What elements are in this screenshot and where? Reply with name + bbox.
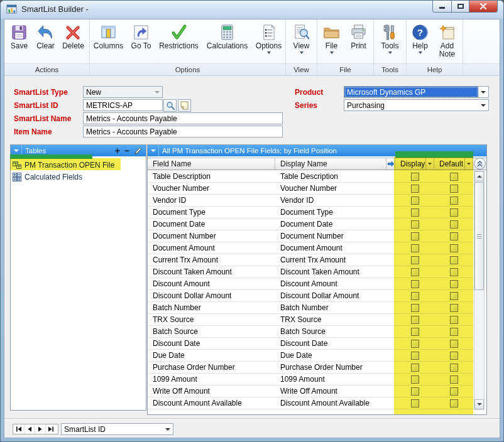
minimize-button[interactable] bbox=[432, 1, 451, 13]
column-header-field-name[interactable]: Field Name bbox=[148, 158, 275, 170]
vertical-scrollbar[interactable] bbox=[474, 171, 485, 410]
display-checkbox[interactable] bbox=[411, 244, 419, 252]
display-name-cell[interactable]: Batch Source bbox=[275, 326, 386, 337]
default-checkbox[interactable] bbox=[450, 232, 458, 240]
table-row[interactable]: Document Type Document Type bbox=[148, 207, 473, 218]
print-button[interactable]: Print bbox=[345, 22, 373, 63]
display-checkbox[interactable] bbox=[411, 268, 419, 276]
first-record-button[interactable] bbox=[13, 424, 24, 434]
save-button[interactable]: Save bbox=[6, 22, 33, 63]
tree-item-pm-transaction-open-file[interactable]: PM Transaction OPEN File bbox=[11, 159, 146, 171]
note-button[interactable] bbox=[178, 99, 191, 112]
default-checkbox[interactable] bbox=[450, 375, 458, 384]
default-checkbox[interactable] bbox=[450, 352, 458, 360]
close-button[interactable] bbox=[469, 1, 498, 13]
default-checkbox[interactable] bbox=[450, 316, 458, 324]
field-name-cell[interactable]: Discount Amount Available bbox=[148, 397, 275, 409]
smartlist-id-field[interactable]: METRICS-AP bbox=[83, 99, 163, 111]
last-record-button[interactable] bbox=[45, 424, 56, 434]
field-name-cell[interactable]: Purchase Order Number bbox=[148, 362, 275, 373]
edit-pencil-button[interactable] bbox=[134, 147, 142, 155]
field-name-cell[interactable]: Batch Source bbox=[148, 326, 275, 337]
field-name-cell[interactable]: Voucher Number bbox=[148, 183, 275, 194]
display-checkbox[interactable] bbox=[411, 340, 419, 348]
display-name-cell[interactable]: 1099 Amount bbox=[275, 374, 386, 385]
column-header-default[interactable]: Default bbox=[434, 158, 473, 170]
default-checkbox[interactable] bbox=[450, 328, 458, 336]
field-name-cell[interactable]: Vendor ID bbox=[148, 195, 275, 206]
display-checkbox[interactable] bbox=[411, 375, 419, 384]
record-selector-combobox[interactable]: SmartList ID bbox=[61, 423, 173, 435]
field-name-cell[interactable]: 1099 Amount bbox=[148, 374, 275, 385]
table-row[interactable]: Discount Date Discount Date bbox=[148, 338, 473, 350]
field-name-cell[interactable]: Batch Number bbox=[148, 302, 275, 313]
display-name-cell[interactable]: Discount Dollar Amount bbox=[275, 290, 386, 301]
display-name-cell[interactable]: Discount Date bbox=[275, 338, 386, 349]
default-checkbox[interactable] bbox=[450, 173, 458, 181]
table-row[interactable]: Discount Amount Available Discount Amoun… bbox=[148, 397, 473, 409]
field-name-cell[interactable]: Discount Amount bbox=[148, 278, 275, 289]
display-checkbox[interactable] bbox=[411, 197, 419, 205]
smartlist-name-field[interactable]: Metrics - Accounts Payable bbox=[83, 112, 283, 124]
display-checkbox[interactable] bbox=[411, 387, 419, 396]
default-checkbox[interactable] bbox=[450, 399, 458, 407]
view-button[interactable]: View bbox=[287, 22, 316, 63]
field-name-cell[interactable]: Document Number bbox=[148, 230, 275, 242]
delete-button[interactable]: Delete bbox=[59, 22, 88, 63]
display-name-cell[interactable]: Document Amount bbox=[275, 242, 386, 254]
field-name-cell[interactable]: Write Off Amount bbox=[148, 385, 275, 397]
file-button[interactable]: File bbox=[319, 22, 345, 63]
table-row[interactable]: Document Date Document Date bbox=[148, 218, 473, 230]
field-name-cell[interactable]: Document Date bbox=[148, 218, 275, 230]
table-row[interactable]: Document Amount Document Amount bbox=[148, 242, 473, 254]
display-checkbox[interactable] bbox=[411, 352, 419, 360]
default-checkbox[interactable] bbox=[450, 208, 458, 217]
display-name-cell[interactable]: Batch Number bbox=[275, 302, 386, 313]
display-name-cell[interactable]: Voucher Number bbox=[275, 183, 386, 194]
display-checkbox[interactable] bbox=[411, 232, 419, 240]
panel-dropdown-button[interactable] bbox=[11, 145, 22, 156]
field-name-cell[interactable]: TRX Source bbox=[148, 314, 275, 325]
default-checkbox[interactable] bbox=[450, 387, 458, 396]
maximize-button[interactable] bbox=[451, 1, 469, 13]
add-note-button[interactable]: Add Note bbox=[433, 22, 462, 63]
default-checkbox[interactable] bbox=[450, 220, 458, 229]
default-checkbox[interactable] bbox=[450, 197, 458, 205]
table-row[interactable]: Discount Dollar Amount Discount Dollar A… bbox=[148, 290, 473, 302]
field-name-cell[interactable]: Current Trx Amount bbox=[148, 254, 275, 266]
display-name-cell[interactable]: Document Type bbox=[275, 207, 386, 218]
previous-record-button[interactable] bbox=[24, 424, 35, 434]
tree-item-calculated-fields[interactable]: Calculated Fields bbox=[11, 171, 146, 183]
product-combobox[interactable]: Microsoft Dynamics GP bbox=[344, 86, 489, 98]
field-name-cell[interactable]: Document Amount bbox=[148, 242, 275, 254]
default-checkbox[interactable] bbox=[450, 244, 458, 252]
column-header-display-name[interactable]: Display Name bbox=[275, 158, 386, 170]
display-name-cell[interactable]: Table Description bbox=[275, 171, 386, 182]
display-checkbox[interactable] bbox=[411, 364, 419, 372]
field-name-cell[interactable]: Table Description bbox=[148, 171, 275, 182]
scroll-up-button[interactable] bbox=[474, 171, 484, 181]
columns-button[interactable]: Columns bbox=[90, 22, 127, 63]
table-row[interactable]: 1099 Amount 1099 Amount bbox=[148, 374, 473, 385]
default-checkbox[interactable] bbox=[450, 185, 458, 193]
default-checkbox[interactable] bbox=[450, 304, 458, 312]
default-checkbox[interactable] bbox=[450, 280, 458, 288]
display-name-cell[interactable]: Write Off Amount bbox=[275, 385, 386, 397]
default-checkbox[interactable] bbox=[450, 340, 458, 348]
display-name-cell[interactable]: TRX Source bbox=[275, 314, 386, 325]
display-checkbox[interactable] bbox=[411, 292, 419, 300]
options-button[interactable]: Options bbox=[253, 22, 285, 63]
field-name-cell[interactable]: Discount Date bbox=[148, 338, 275, 349]
field-name-cell[interactable]: Discount Dollar Amount bbox=[148, 290, 275, 301]
smartlist-type-combobox[interactable]: New bbox=[83, 86, 163, 98]
display-name-cell[interactable]: Vendor ID bbox=[275, 195, 386, 206]
display-name-cell[interactable]: Discount Amount bbox=[275, 278, 386, 289]
display-checkbox[interactable] bbox=[411, 173, 419, 181]
calculations-button[interactable]: Calculations bbox=[202, 22, 253, 63]
default-column-menu-button[interactable] bbox=[464, 158, 473, 170]
table-row[interactable]: Voucher Number Voucher Number bbox=[148, 183, 473, 195]
display-checkbox[interactable] bbox=[411, 220, 419, 229]
table-row[interactable]: Document Number Document Number bbox=[148, 230, 473, 242]
display-checkbox[interactable] bbox=[411, 256, 419, 264]
display-name-cell[interactable]: Due Date bbox=[275, 350, 386, 361]
